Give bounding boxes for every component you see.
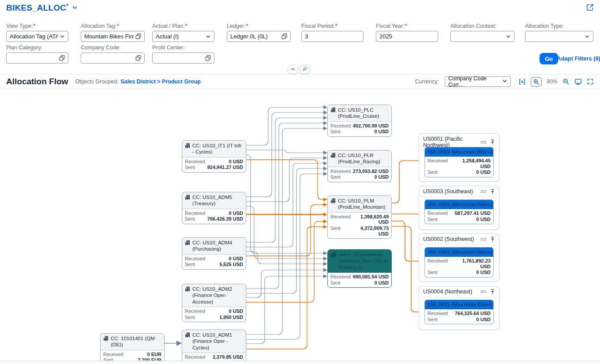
received-row: Received0 USD: [182, 308, 246, 314]
building-icon: [185, 143, 190, 148]
filter-label-actual-plan: Actual / Plan:*: [152, 23, 214, 29]
edge-adm4-to-plr: [246, 163, 323, 247]
objects-grouped-label: Objects Grouped:: [75, 79, 118, 85]
page-title: BIKES_ALLOC*: [6, 3, 68, 13]
edge-it1-to-plr: [246, 150, 323, 153]
zoom-out-icon[interactable]: [562, 78, 570, 85]
legend-icon[interactable]: [518, 78, 526, 86]
collapse-group-icon[interactable]: [490, 189, 495, 194]
building-icon: [330, 107, 336, 113]
received-row: Received0 USD: [182, 159, 246, 165]
allocation-type-select[interactable]: [525, 31, 593, 42]
received-row: Received1,258,494.45 USD: [425, 158, 493, 169]
flow-node-us10-adm5[interactable]: CC: US10_ADM5 (Treasury) Received0 USD S…: [182, 192, 246, 224]
profit-center-input[interactable]: [152, 53, 214, 64]
sent-row: Sent0 USD: [425, 169, 493, 175]
value-help-icon[interactable]: [205, 55, 211, 61]
group-us0004[interactable]: US0004 (Northeast) MA: 0001 (Mountain Bi…: [419, 286, 499, 330]
group-us0001[interactable]: US0001 (Pacific Northwest) MA: 0001 (Mou…: [419, 133, 499, 182]
value-help-icon[interactable]: [281, 34, 287, 39]
chevron-down-icon: [502, 79, 507, 85]
allocation-tag-input[interactable]: Mountain Bikes Flow ...: [81, 31, 145, 42]
sent-row: Sent0 USD: [425, 317, 493, 323]
actual-plan-select[interactable]: Actual (I): [152, 31, 214, 42]
building-icon: [185, 195, 190, 200]
flow-node-us10-plc[interactable]: CC: US10_PLC (ProdLine_Cruise) Received4…: [327, 105, 392, 137]
grid-icon[interactable]: [480, 140, 486, 144]
grid-icon[interactable]: [480, 189, 486, 194]
sent-row: Sent924,941.27 USD: [182, 165, 246, 170]
view-type-select[interactable]: Allocation Tag (ATAG): [6, 31, 68, 42]
building-icon: [103, 336, 109, 341]
collapse-group-icon[interactable]: [490, 289, 495, 294]
currency-select[interactable]: Company Code Curr...: [445, 76, 511, 87]
title-chevron-down-icon[interactable]: [72, 5, 78, 11]
filter-label-ledger: Ledger:*: [227, 23, 291, 29]
flow-node-ma-0001-us0003[interactable]: MA: 0001 (Mountain Bikes) Received587,29…: [424, 199, 494, 224]
fit-to-screen-icon[interactable]: [574, 78, 582, 86]
edge-adm5-to-plr: [246, 158, 323, 202]
filter-label-allocation-tag: Allocation Tag:*: [81, 23, 145, 29]
flow-node-ma-0001-us0001[interactable]: MA: 0001 (Mountain Bikes) Received1,258,…: [424, 147, 494, 177]
received-row: Received1,761,892.23 USD: [425, 258, 493, 269]
grid-icon[interactable]: [480, 289, 486, 294]
node-title: MA: 0001 (Mountain Bikes): [425, 147, 493, 157]
flow-node-us10-adm1[interactable]: CC: US10_ADM1 (Finance Oper -Cycles) Rec…: [182, 330, 246, 362]
received-row: Received764,325.64 USD: [425, 311, 493, 316]
value-help-icon[interactable]: [59, 55, 65, 61]
fiscal-year-input[interactable]: 2025: [376, 31, 438, 42]
flow-node-us10-plr[interactable]: CC: US10_PLR (ProdLine_Racing) Received2…: [327, 150, 392, 182]
filter-label-view-type: View Type:*: [6, 23, 68, 29]
adapt-filters-link[interactable]: Adapt Filters (6): [557, 55, 600, 62]
sent-row: Sent0 USD: [425, 217, 493, 222]
plan-category-input[interactable]: [6, 53, 68, 64]
group-us0002[interactable]: US0002 (Southwest) MA: 0001 (Mountain Bi…: [419, 233, 499, 282]
sent-row: Sent1,950 USD: [182, 315, 246, 320]
building-icon: [185, 240, 190, 245]
node-title: CC: US10_PLR (ProdLine_Racing): [338, 152, 389, 165]
received-row: Received690,081.54 USD: [328, 274, 391, 280]
objects-grouped-links[interactable]: Sales District > Product Group: [120, 79, 201, 85]
node-title: CC: US10_ADM5 (Treasury): [192, 194, 243, 207]
ledger-input[interactable]: Ledger 0L (0L): [227, 31, 291, 42]
flow-node-us10-adm2[interactable]: CC: US10_ADM2 (Finance Oper-Accesso) Rec…: [182, 284, 246, 322]
sent-row: Sent706,426.39 USD: [182, 216, 246, 222]
edge-adm4-to-plm: [246, 205, 323, 256]
flow-node-wbs-2019-mak06[interactable]: $WBS: 2019-MAK06 (Markdorf New Office Bu…: [327, 249, 392, 288]
group-us0003[interactable]: US0003 (Southeast) MA: 0001 (Mountain Bi…: [419, 186, 499, 230]
allocation-context-select[interactable]: [450, 31, 514, 42]
sent-row: Sent0 USD: [425, 270, 493, 275]
grid-icon[interactable]: [480, 237, 486, 241]
flow-node-10101401-qm[interactable]: CC: 10101401 (QM (DE)) Received0 EUR Sen…: [100, 333, 165, 362]
received-row: Received0 USD: [182, 210, 246, 216]
value-help-icon[interactable]: [135, 34, 141, 39]
section-header: Allocation Flow Objects Grouped: Sales D…: [0, 75, 600, 89]
value-help-icon[interactable]: [135, 55, 141, 61]
modified-marker: *: [66, 3, 68, 9]
zoom-in-icon[interactable]: [531, 77, 542, 86]
go-button[interactable]: Go: [540, 53, 558, 64]
pin-filterbar-button[interactable]: [300, 65, 310, 74]
collapse-filterbar-button[interactable]: [288, 65, 298, 74]
received-row: Received273,053.82 USD: [328, 169, 391, 174]
share-icon[interactable]: [586, 4, 594, 13]
flow-node-us10-adm4[interactable]: CC: US10_ADM4 (Purchasing) Received0 USD…: [182, 237, 246, 270]
edge-it1-to-wbs: [246, 155, 323, 253]
group-title: US0003 (Southeast): [423, 188, 473, 195]
flow-node-ma-0001-us0002[interactable]: MA: 0001 (Mountain Bikes) Received1,761,…: [424, 247, 494, 278]
group-title: US0004 (Northeast): [423, 289, 472, 295]
node-title: CC: US10_ADM2 (Finance Oper-Accesso): [192, 286, 243, 305]
node-title: CC: US10_ADM1 (Finance Oper -Cycles): [192, 332, 243, 351]
edge-plm-to-us0001: [391, 161, 419, 203]
flow-node-us10-plm[interactable]: CC: US10_PLM (ProdLine_Mountain) Receive…: [327, 195, 392, 239]
building-icon: [330, 153, 336, 158]
collapse-group-icon[interactable]: [490, 236, 495, 242]
horizontal-scrollbar[interactable]: [0, 360, 600, 362]
fiscal-period-input[interactable]: 3: [301, 31, 364, 42]
company-code-input[interactable]: [81, 53, 145, 64]
fullscreen-icon[interactable]: [587, 78, 594, 85]
flow-node-ma-0001-us0004[interactable]: MA: 0001 (Mountain Bikes) Received764,32…: [424, 300, 494, 324]
group-title: US0001 (Pacific Northwest): [423, 136, 480, 148]
collapse-group-icon[interactable]: [490, 139, 495, 145]
flow-node-us10-it1[interactable]: CC: US10_IT1 (IT Infr - Cycles) Received…: [182, 140, 246, 173]
